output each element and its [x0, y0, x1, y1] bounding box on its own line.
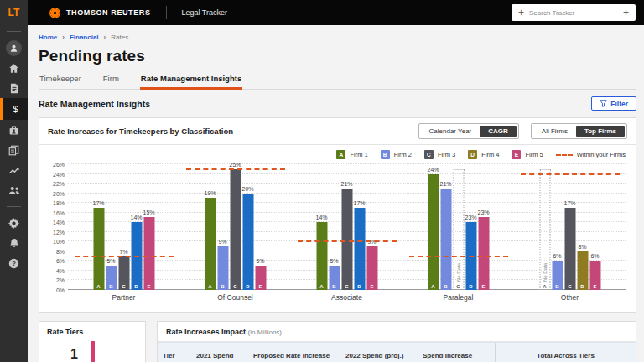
toggle-option-all-firms[interactable]: All Firms [533, 126, 576, 137]
bar-value-label: 23% [470, 209, 496, 215]
column-header-total-across-tiers: Total Across Tiers [495, 343, 636, 362]
home-icon [8, 63, 19, 74]
bar-of-counsel-B[interactable]: B [217, 246, 228, 290]
bar-letter-C: C [564, 284, 575, 289]
rate-tiers-title: Rate Tiers [47, 328, 138, 336]
category-group-of-counsel: A19%B9%C25%D20%E5% [192, 164, 279, 290]
bar-letter-D: D [354, 284, 365, 289]
product-name: Legal Tracker [182, 8, 228, 17]
sidebar-item-documents[interactable] [0, 78, 28, 98]
sidebar-item-help[interactable]: ? [0, 253, 28, 273]
legend-item-firm-3[interactable]: CFirm 3 [424, 150, 455, 159]
legend-item-firm-1[interactable]: AFirm 1 [336, 150, 367, 159]
bar-slot-B: B5% [106, 164, 117, 290]
tab-timekeeper[interactable]: Timekeeper [39, 74, 82, 89]
tab-rate-management-insights[interactable]: Rate Management Insights [140, 74, 242, 89]
legend-item-firm-5[interactable]: EFirm 5 [512, 150, 543, 159]
benchmark-line-of-counsel [186, 168, 285, 170]
bar-of-counsel-E[interactable]: E [255, 266, 266, 290]
sidebar-item-profile[interactable] [0, 38, 28, 58]
search-icon: + [518, 8, 524, 18]
legend-item-firm-2[interactable]: BFirm 2 [381, 150, 412, 159]
toggle-group-0: Calendar YearCAGR [418, 123, 519, 139]
bar-associate-E[interactable]: E [366, 246, 377, 290]
y-tick-4: 4% [56, 267, 65, 273]
section-header: Rate Management Insights Filter [39, 96, 636, 111]
toggle-option-top-firms[interactable]: Top Firms [576, 126, 625, 137]
filter-button[interactable]: Filter [591, 96, 636, 111]
bar-partner-B[interactable]: B [106, 266, 117, 290]
chart-toggles: Calendar YearCAGRAll FirmsTop Firms [418, 123, 627, 139]
person-icon [9, 44, 18, 53]
bar-letter-D: D [131, 284, 142, 289]
bar-paralegal-B[interactable]: B [440, 189, 451, 290]
bar-letter-B: B [552, 284, 563, 289]
bar-letter-B: B [440, 284, 451, 289]
add-icon[interactable]: + [623, 8, 629, 18]
y-tick-6: 6% [56, 258, 65, 264]
search-input[interactable]: + Search Tracker + [512, 4, 636, 21]
rate-increases-chart-card: Rate Increases for Timekeepers by Classi… [39, 117, 636, 313]
bar-of-counsel-D[interactable]: D [242, 194, 253, 290]
bar-letter-E: E [366, 284, 377, 289]
bar-letter-A: A [316, 284, 327, 289]
column-header-2022-spend-proj-: 2022 Spend (proj.) [340, 352, 418, 359]
bar-slot-C: No DataC [453, 164, 464, 290]
bar-partner-C[interactable]: C [118, 256, 129, 290]
breadcrumb-item-financial[interactable]: Financial [70, 34, 99, 41]
rate-tiers-card: Rate Tiers 1 [39, 321, 146, 362]
toggle-option-cagr[interactable]: CAGR [480, 126, 517, 137]
sidebar-item-notifications[interactable] [0, 233, 28, 253]
bar-paralegal-E[interactable]: E [478, 217, 489, 290]
x-axis-labels: PartnerOf CounselAssociateParalegalOther [39, 290, 636, 302]
legend-item-firm-4[interactable]: DFirm 4 [468, 150, 499, 159]
search-placeholder: Search Tracker [529, 9, 618, 17]
tab-bar: TimekeeperFirmRate Management Insights [39, 74, 636, 90]
rate-tier-bar[interactable] [91, 341, 95, 362]
sidebar-item-analytics[interactable] [0, 160, 28, 180]
app-logo-lt[interactable]: LT [0, 0, 28, 25]
category-group-paralegal: A24%B21%No DataCD23%E23% [415, 164, 502, 290]
bar-slot-D: D20% [242, 164, 253, 290]
bar-slot-B: B21% [440, 164, 451, 290]
sidebar-item-contacts[interactable] [0, 180, 28, 200]
bar-associate-D[interactable]: D [354, 208, 365, 290]
bar-partner-E[interactable]: E [143, 217, 154, 290]
bar-associate-A[interactable]: A [316, 222, 327, 290]
breadcrumb-item-home[interactable]: Home [39, 34, 57, 41]
category-group-partner: A17%B5%C7%D14%E15% [80, 164, 168, 290]
bar-associate-B[interactable]: B [329, 266, 340, 290]
sidebar-divider-top [7, 31, 21, 32]
sidebar-item-home[interactable] [0, 58, 28, 78]
benchmark-line-associate [298, 240, 397, 242]
sidebar-item-financial[interactable]: $ [0, 98, 28, 120]
tab-firm[interactable]: Firm [102, 74, 120, 89]
benchmark-line-partner [75, 256, 174, 257]
legend-item-within-your-firms[interactable]: Within your Firms [556, 151, 626, 158]
bar-letter-E: E [589, 284, 600, 289]
bar-slot-C: C25% [230, 164, 241, 290]
legend-swatch-D: D [468, 150, 477, 159]
bar-slot-E: E15% [143, 164, 154, 290]
people-icon [8, 185, 20, 195]
category-label-other: Other [527, 293, 614, 302]
bar-letter-B: B [329, 284, 340, 289]
bar-paralegal-A[interactable]: A [428, 174, 439, 290]
sidebar-item-matters[interactable] [0, 120, 28, 140]
benchmark-line-other [521, 173, 620, 175]
category-group-associate: A14%B5%C21%D17%E9% [304, 164, 391, 290]
impact-table-header-row: Tier2021 SpendProposed Rate Increase2022… [158, 342, 636, 362]
bar-slot-A: A14% [316, 164, 327, 290]
bar-partner-A[interactable]: A [93, 208, 104, 290]
bar-letter-A: A [205, 284, 216, 289]
bar-groups: A17%B5%C7%D14%E15%A19%B9%C25%D20%E5%A14%… [68, 164, 626, 290]
impact-table-title: Rate Increases Impact (in Millions) [158, 322, 636, 342]
breadcrumb-item-rates: Rates [111, 34, 128, 41]
sidebar-item-settings[interactable] [0, 213, 28, 233]
bar-other-B[interactable]: B [552, 261, 563, 290]
bar-other-E[interactable]: E [589, 261, 600, 290]
sidebar-item-records[interactable] [0, 140, 28, 160]
bar-slot-E: E6% [589, 164, 600, 290]
toggle-option-calendar-year[interactable]: Calendar Year [421, 126, 480, 137]
bar-value-label: 5% [247, 258, 273, 264]
